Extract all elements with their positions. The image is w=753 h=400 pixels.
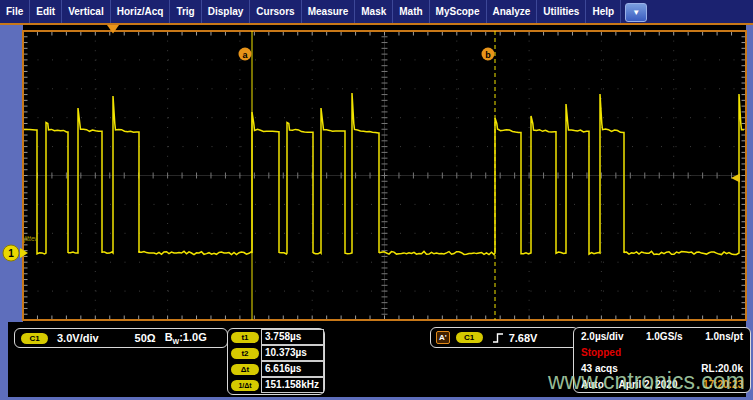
measurement-badge-1t[interactable]: 1/Δt — [231, 380, 259, 391]
menu-item-edit[interactable]: Edit — [30, 0, 62, 23]
rising-edge-icon — [491, 332, 505, 344]
measurement-row: t13.758µs — [228, 329, 324, 345]
menu-item-myscope[interactable]: MyScope — [430, 0, 487, 23]
trigger-a-badge[interactable]: A' — [436, 331, 450, 344]
channel1-marker-number: 1 — [8, 248, 14, 259]
measurement-value: 10.373µs — [261, 345, 324, 361]
trigger-level-value: 7.68V — [509, 332, 538, 344]
measurement-value: 3.758µs — [261, 329, 324, 345]
menu-item-measure[interactable]: Measure — [302, 0, 356, 23]
record-length: RL:20.0k — [701, 361, 743, 377]
resolution-value: 1.0ns/pt — [705, 329, 743, 345]
samplerate-value: 1.0GS/s — [646, 329, 683, 345]
menu-item-mask[interactable]: Mask — [355, 0, 393, 23]
measurement-row: t210.373µs — [228, 345, 324, 361]
channel-bandwidth: BW:1.0G — [165, 331, 207, 345]
channel-readout-box: C1 3.0V/div 50Ω BW:1.0G — [14, 328, 228, 348]
trigger-source-badge[interactable]: C1 — [456, 332, 483, 343]
channel-scale: 3.0V/div — [57, 332, 99, 344]
cursor-measurement-box: t13.758µst210.373µsΔt6.616µs1/Δt151.158k… — [227, 328, 325, 395]
menu-item-display[interactable]: Display — [202, 0, 251, 23]
measurement-row: Δt6.616µs — [228, 361, 324, 377]
acquisition-count: 43 acqs — [581, 361, 618, 377]
menu-item-trig[interactable]: Trig — [170, 0, 201, 23]
measurement-value: 6.616µs — [261, 361, 324, 377]
menu-bar: FileEditVerticalHoriz/AcqTrigDisplayCurs… — [0, 0, 753, 23]
channel-impedance: 50Ω — [135, 332, 156, 344]
menu-item-utilities[interactable]: Utilities — [537, 0, 586, 23]
menu-item-horiz-acq[interactable]: Horiz/Acq — [111, 0, 171, 23]
channel-badge[interactable]: C1 — [21, 333, 48, 344]
channel1-position-marker[interactable] — [3, 245, 19, 261]
measurement-badge-t2[interactable]: t2 — [231, 348, 259, 359]
menu-item-help[interactable]: Help — [586, 0, 621, 23]
menu-item-vertical[interactable]: Vertical — [62, 0, 111, 23]
timebase-value: 2.0µs/div — [581, 329, 623, 345]
acquisition-box: 2.0µs/div 1.0GS/s 1.0ns/pt Stopped 43 ac… — [573, 327, 751, 393]
measurement-row: 1/Δt151.158kHz — [228, 377, 324, 393]
menu-item-file[interactable]: File — [0, 0, 30, 23]
menu-item-math[interactable]: Math — [393, 0, 429, 23]
measurement-badge-t1[interactable]: t1 — [231, 332, 259, 343]
trigger-readout-box: A' C1 7.68V — [430, 327, 579, 348]
menu-item-analyze[interactable]: Analyze — [487, 0, 538, 23]
menu-item-cursors[interactable]: Cursors — [250, 0, 301, 23]
menu-overflow-dropdown[interactable]: ▼ — [625, 3, 647, 22]
trigger-mode: Auto — [581, 379, 604, 390]
date-label: April 2, 2020 — [619, 379, 678, 390]
oscilloscope-window: FileEditVerticalHoriz/AcqTrigDisplayCurs… — [0, 0, 753, 400]
waveform-display-background — [23, 25, 746, 322]
time-label: 17:20:23 — [703, 377, 743, 393]
measurement-value: 151.158kHz — [261, 377, 324, 393]
measurement-badge-t[interactable]: Δt — [231, 364, 259, 375]
acquisition-status: Stopped — [581, 345, 621, 361]
frame-accent-line — [0, 23, 753, 25]
